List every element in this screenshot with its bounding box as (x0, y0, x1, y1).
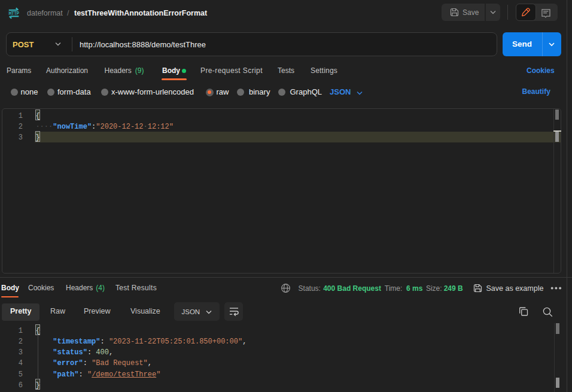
svg-text:HTTP: HTTP (9, 10, 19, 16)
